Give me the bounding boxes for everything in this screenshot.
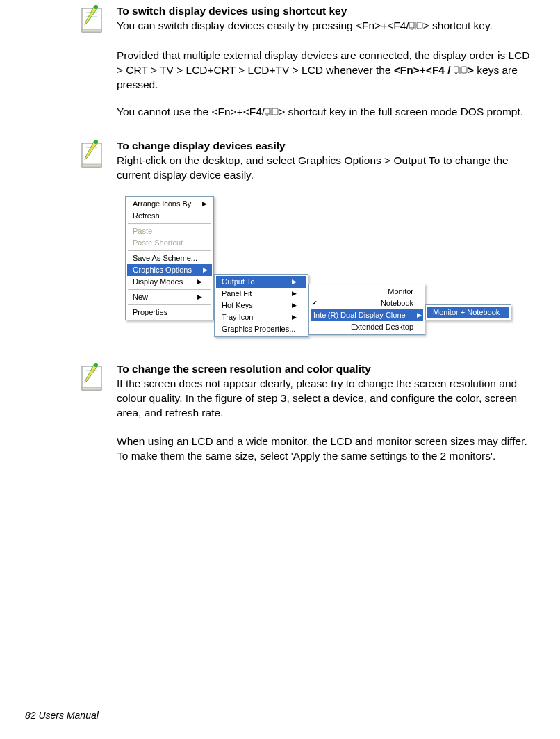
- display-switch-icon: [454, 66, 468, 74]
- section1-title: To switch display devices using shortcut…: [117, 5, 347, 17]
- menu-item-graphics-options[interactable]: Graphics Options: [127, 264, 212, 276]
- menu-item: Paste: [127, 225, 212, 237]
- svg-rect-13: [265, 108, 270, 114]
- display-switch-icon: [265, 108, 279, 116]
- menu-item-monitor-notebook[interactable]: Monitor + Notebook: [427, 307, 509, 318]
- menu-item[interactable]: Display Modes: [127, 276, 212, 288]
- svg-rect-9: [454, 67, 459, 72]
- graphics-options-submenu: Output To Panel Fit Hot Keys Tray Icon G…: [214, 274, 308, 337]
- section2-p1: Right-click on the desktop, and select G…: [117, 154, 532, 183]
- section3-p2: When using an LCD and a wide monitor, th…: [117, 435, 532, 464]
- svg-rect-18: [82, 164, 101, 167]
- svg-point-19: [94, 140, 98, 144]
- svg-point-23: [94, 363, 98, 367]
- svg-rect-1: [82, 29, 101, 32]
- section1-p3: You cannot use the <Fn>+<F4/> shortcut k…: [117, 105, 532, 120]
- svg-rect-6: [411, 29, 413, 30]
- menu-item-output-to[interactable]: Output To: [216, 276, 306, 288]
- menu-item[interactable]: New: [127, 291, 212, 303]
- svg-rect-12: [461, 67, 467, 73]
- section1-p2: Provided that multiple external display …: [117, 49, 532, 92]
- context-menu-figure: Arrange Icons By Refresh Paste Paste Sho…: [125, 196, 532, 337]
- desktop-context-menu: Arrange Icons By Refresh Paste Paste Sho…: [125, 196, 214, 320]
- menu-item[interactable]: Save As Scheme...: [127, 252, 212, 264]
- svg-rect-10: [455, 73, 457, 74]
- menu-item[interactable]: Panel Fit: [216, 288, 306, 300]
- clone-submenu: Monitor + Notebook: [425, 304, 511, 320]
- svg-rect-8: [417, 22, 422, 29]
- menu-item-dual-display-clone[interactable]: Intel(R) Dual Display Clone: [311, 309, 423, 321]
- svg-rect-16: [272, 108, 278, 115]
- display-switch-icon: [409, 22, 423, 30]
- menu-item[interactable]: Refresh: [127, 210, 212, 222]
- note-icon: [78, 139, 108, 170]
- section3-p1: If the screen does not appear clearly, p…: [117, 377, 532, 421]
- menu-item[interactable]: Tray Icon: [216, 311, 306, 323]
- section2-title: To change display devices easily: [117, 140, 286, 152]
- svg-point-2: [94, 5, 98, 9]
- menu-item[interactable]: Properties: [127, 307, 212, 318]
- section3-title: To change the screen resolution and colo…: [117, 363, 371, 375]
- svg-rect-5: [409, 22, 414, 28]
- menu-item[interactable]: Graphics Properties...: [216, 323, 306, 335]
- output-to-submenu: Monitor ✔Notebook Intel(R) Dual Display …: [308, 284, 425, 335]
- page-footer: 82 Users Manual: [25, 709, 99, 722]
- note-icon: [78, 362, 108, 393]
- menu-item[interactable]: ✔Notebook: [311, 298, 423, 309]
- svg-rect-14: [266, 115, 268, 116]
- svg-rect-22: [82, 387, 101, 390]
- menu-item[interactable]: Monitor: [311, 286, 423, 298]
- menu-item[interactable]: Arrange Icons By: [127, 198, 212, 210]
- menu-item[interactable]: Hot Keys: [216, 300, 306, 311]
- note-icon: [78, 4, 108, 35]
- menu-item[interactable]: Extended Desktop: [311, 321, 423, 333]
- section1-p1: You can switch display devices easily by…: [117, 19, 532, 33]
- menu-item: Paste Shortcut: [127, 237, 212, 249]
